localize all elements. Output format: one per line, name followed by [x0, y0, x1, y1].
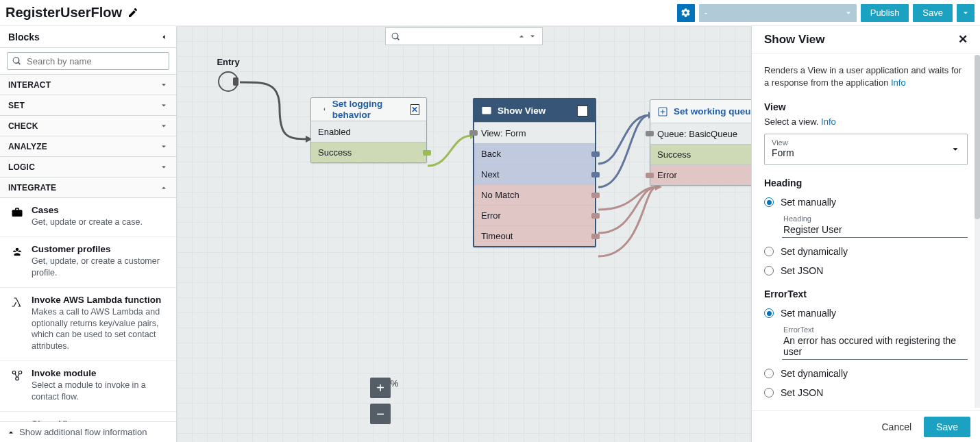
search-input[interactable] [7, 52, 169, 70]
heading-set-json[interactable]: Set JSON [764, 265, 968, 276]
publish-button[interactable]: Publish [861, 4, 909, 22]
heading-section: Heading [764, 177, 968, 188]
svg-rect-8 [482, 107, 491, 113]
chevron-down-icon [160, 122, 168, 130]
blocks-sidebar: Blocks INTERACT SET CHECK ANALYZE LOGIC … [0, 26, 177, 442]
sidebar-header: Blocks [0, 26, 176, 48]
category-integrate[interactable]: INTEGRATE [0, 177, 176, 198]
app-header: RegisterUserFlow - Publish Save [0, 0, 980, 26]
close-icon[interactable]: ✕ [411, 104, 419, 115]
collapse-sidebar-icon[interactable] [160, 33, 168, 41]
module-icon [11, 369, 23, 382]
heading-input[interactable]: Heading Register User [782, 214, 968, 238]
node-set-queue[interactable]: Set working queue Queue: BasicQueue Succ… [650, 99, 751, 186]
chevron-down-icon [951, 145, 960, 154]
chevron-down-icon [160, 101, 168, 110]
block-cases[interactable]: CasesGet, update or create a case. [0, 198, 176, 237]
search-icon [12, 57, 21, 66]
chevron-down-icon [844, 9, 853, 17]
node-show-view[interactable]: Show View ✕ View: Form Back Next No Matc… [473, 98, 596, 247]
flow-canvas[interactable]: 100% + − Entry [177, 26, 751, 442]
errortext-input[interactable]: ErrorText An error has occured with regi… [782, 326, 968, 360]
category-set[interactable]: SET [0, 95, 176, 116]
svg-point-2 [16, 377, 19, 380]
chevron-down-icon[interactable] [528, 32, 537, 40]
info-link[interactable]: Info [891, 77, 906, 88]
edit-title-icon[interactable] [127, 8, 138, 19]
entry-circle-icon [218, 71, 238, 92]
canvas-search[interactable] [385, 27, 543, 45]
block-show-view[interactable]: Show ViewRenders a View in a user applic… [0, 412, 176, 421]
view-icon [481, 106, 492, 116]
panel-description: Renders a View in a user application and… [764, 64, 968, 89]
profile-icon [11, 245, 23, 258]
block-invoke-module[interactable]: Invoke moduleSelect a module to invoke i… [0, 361, 176, 412]
chevron-down-icon [160, 163, 168, 171]
chevron-up-icon [7, 428, 15, 437]
block-customer-profiles[interactable]: Customer profilesGet, update, or create … [0, 237, 176, 288]
entry-node[interactable]: Entry [208, 57, 249, 92]
category-interact[interactable]: INTERACT [0, 75, 176, 95]
view-info-link[interactable]: Info [821, 116, 836, 127]
heading-set-manually[interactable]: Set manually [764, 197, 968, 208]
chevron-down-icon [160, 143, 168, 151]
error-set-dynamically[interactable]: Set dynamically [764, 368, 968, 379]
view-section-heading: View [764, 101, 968, 112]
category-analyze[interactable]: ANALYZE [0, 136, 176, 157]
close-icon[interactable]: ✕ [577, 106, 588, 116]
status-select-value: - [705, 8, 707, 18]
sidebar-title: Blocks [8, 32, 40, 42]
block-invoke-lambda[interactable]: Invoke AWS Lambda functionMakes a call t… [0, 288, 176, 362]
chevron-down-icon [160, 81, 168, 89]
block-search [7, 52, 169, 70]
save-button[interactable]: Save [913, 4, 953, 22]
close-icon[interactable]: ✕ [958, 32, 968, 47]
heading-set-dynamically[interactable]: Set dynamically [764, 246, 968, 257]
category-logic[interactable]: LOGIC [0, 157, 176, 177]
toggle-icon [318, 104, 327, 115]
save-options-button[interactable] [957, 4, 975, 22]
chevron-up-icon[interactable] [517, 32, 526, 40]
lambda-icon [11, 296, 23, 308]
scrollbar[interactable] [975, 55, 980, 408]
chevron-up-icon [160, 184, 168, 192]
status-select[interactable]: - [699, 4, 857, 22]
error-set-json[interactable]: Set JSON [764, 387, 968, 398]
chevron-down-icon [961, 9, 970, 17]
panel-save-button[interactable]: Save [924, 417, 970, 437]
queue-icon [657, 106, 668, 117]
briefcase-icon [11, 206, 23, 219]
search-icon [391, 32, 400, 41]
zoom-out-button[interactable]: − [370, 404, 391, 424]
zoom-in-button[interactable]: + [370, 378, 391, 398]
category-check[interactable]: CHECK [0, 116, 176, 136]
show-additional-flow-info[interactable]: Show additional flow information [0, 421, 176, 442]
flow-title: RegisterUserFlow [5, 5, 122, 21]
node-set-logging[interactable]: Set logging behavior ✕ Enabled Success [310, 97, 427, 163]
errortext-section: ErrorText [764, 288, 968, 299]
panel-title: Show View [764, 33, 825, 47]
settings-button[interactable] [677, 4, 695, 22]
view-dropdown[interactable]: View Form [764, 134, 968, 165]
properties-panel: Show View ✕ Renders a View in a user app… [751, 26, 980, 442]
block-list: CasesGet, update or create a case. Custo… [0, 198, 176, 421]
flow-title-wrap: RegisterUserFlow [5, 5, 138, 21]
cancel-button[interactable]: Cancel [876, 419, 917, 435]
error-set-manually[interactable]: Set manually [764, 308, 968, 319]
